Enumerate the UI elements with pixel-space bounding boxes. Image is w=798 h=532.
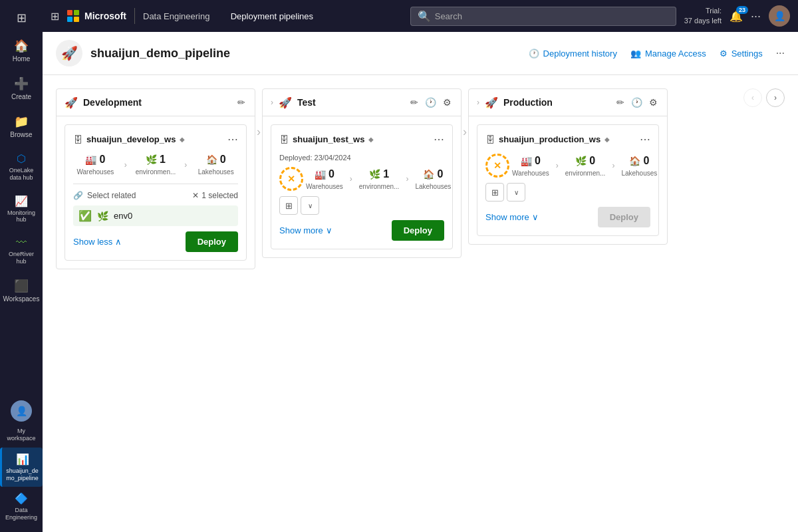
data-engineering-icon: 🔷 xyxy=(15,492,28,505)
header-more-icon[interactable]: ··· xyxy=(776,47,785,59)
nav-divider xyxy=(134,8,135,24)
test-warehouses-stat: 🏭 0 Warehouses xyxy=(306,168,343,190)
production-workspace-menu[interactable]: ⋯ xyxy=(640,133,650,146)
production-show-more-button[interactable]: Show more ∨ xyxy=(485,208,539,226)
development-stats-row: 🏭 0 Warehouses › 🌿 1 xyxy=(73,154,238,176)
production-workspace-card: 🗄 shuaijun_production_ws ◆ ⋯ ✕ xyxy=(477,124,659,236)
stat-separator: › xyxy=(555,161,560,170)
more-options-icon[interactable]: ··· xyxy=(751,9,761,23)
notifications-button[interactable]: 🔔 23 xyxy=(730,10,743,23)
sidebar-item-oneriver[interactable]: 〰 OneRiverhub xyxy=(0,231,43,271)
pipeline-icon: 📊 xyxy=(16,453,29,466)
production-stats-with-status: ✕ 🏭 0 Warehouses › xyxy=(485,154,650,178)
select-related-icon: 🔗 xyxy=(73,191,83,200)
stage-production: › 🚀 Production ✏ 🕐 ⚙ 🗄 shuaiju xyxy=(468,88,668,245)
sidebar-item-browse[interactable]: 📁 Browse xyxy=(0,109,43,144)
show-less-button[interactable]: Show less ∧ xyxy=(73,233,122,251)
workspaces-icon: ⬛ xyxy=(14,279,29,293)
header-actions: 🕐 Deployment history 👥 Manage Access ⚙ S… xyxy=(529,47,785,59)
test-expand-button[interactable]: ∨ xyxy=(301,196,319,215)
production-deploy-button[interactable]: Deploy xyxy=(598,207,650,227)
notification-badge: 23 xyxy=(736,6,748,14)
production-stage-name: Production xyxy=(503,97,610,108)
production-compare-button[interactable]: ⊞ xyxy=(485,183,504,201)
sidebar-item-pipeline[interactable]: 📊 shuaijun_demo_pipeline xyxy=(0,448,43,487)
select-related-text: Select related xyxy=(87,191,136,200)
test-settings-button[interactable]: ⚙ xyxy=(442,96,453,109)
production-expand-button[interactable]: ∨ xyxy=(507,183,525,201)
deployment-history-link[interactable]: 🕐 Deployment history xyxy=(529,49,617,59)
manage-access-link[interactable]: 👥 Manage Access xyxy=(630,49,706,59)
test-history-button[interactable]: 🕐 xyxy=(424,96,438,109)
sidebar-item-monitoring[interactable]: 📈 Monitoringhub xyxy=(0,190,43,229)
production-environments-count: 0 xyxy=(589,155,595,167)
test-lakehouses-stat: 🏠 0 Lakehouses xyxy=(415,168,451,190)
development-workspace-menu[interactable]: ⋯ xyxy=(227,133,238,146)
production-lakehouses-count: 0 xyxy=(643,155,649,167)
test-expand-left[interactable]: › xyxy=(271,98,273,107)
app-grid-icon[interactable]: ⊞ xyxy=(51,10,59,23)
microsoft-logo xyxy=(67,10,79,22)
test-deploy-button[interactable]: Deploy xyxy=(392,220,444,241)
user-avatar[interactable]: 👤 xyxy=(769,5,790,27)
manage-access-icon: 👥 xyxy=(630,49,641,59)
development-warehouses-stat: 🏭 0 Warehouses xyxy=(73,154,118,176)
search-input[interactable] xyxy=(435,11,669,21)
development-environments-stat: 🌿 1 environmen... xyxy=(134,154,178,176)
next-stage-button[interactable]: › xyxy=(766,88,785,107)
test-deploy-status: ✕ xyxy=(279,167,303,191)
development-header-actions: ✏ xyxy=(236,96,247,109)
sidebar-item-label: shuaijun_demo_pipeline xyxy=(6,467,39,482)
my-workspace-avatar: 👤 xyxy=(11,400,32,422)
warehouses-icon: 🏭 xyxy=(315,169,326,180)
environments-label: environmen... xyxy=(359,183,400,190)
environments-label: environmen... xyxy=(136,168,176,176)
page-header: 🚀 shuaijun_demo_pipeline 🕐 Deployment hi… xyxy=(43,32,798,75)
sidebar-item-myworkspace[interactable]: 👤 Myworkspace xyxy=(0,391,43,448)
sidebar-item-label: Home xyxy=(13,55,31,63)
development-edit-button[interactable]: ✏ xyxy=(236,96,247,109)
test-compare-button[interactable]: ⊞ xyxy=(279,196,298,215)
brand-logo: Microsoft xyxy=(67,10,126,22)
environments-icon: 🌿 xyxy=(369,169,380,180)
production-card-footer: Show more ∨ Deploy xyxy=(485,207,650,227)
production-stats-row: 🏭 0 Warehouses › 🌿 0 xyxy=(512,155,657,177)
workspace-icon: 🗄 xyxy=(279,134,289,145)
sidebar-item-onelake[interactable]: ⬡ OneLakedata hub xyxy=(0,147,43,187)
sidebar-item-create[interactable]: ➕ Create xyxy=(0,71,43,106)
development-workspace-header: 🗄 shuaijun_develop_ws ◆ ⋯ xyxy=(73,133,238,146)
env-item-env0[interactable]: ✅ 🌿 env0 xyxy=(73,205,238,226)
workspace-diamond-icon: ◆ xyxy=(368,136,374,143)
production-settings-button[interactable]: ⚙ xyxy=(648,96,659,109)
deploy-label: Deploy xyxy=(198,237,226,247)
test-card-footer: Show more ∨ Deploy xyxy=(279,220,444,241)
sidebar-item-workspaces[interactable]: ⬛ Workspaces xyxy=(0,273,43,309)
sidebar-grid-icon[interactable]: ⊞ xyxy=(0,5,43,31)
production-history-button[interactable]: 🕐 xyxy=(630,96,644,109)
production-expand-left[interactable]: › xyxy=(477,98,479,107)
search-icon: 🔍 xyxy=(418,10,431,23)
production-header-actions: ✏ 🕐 ⚙ xyxy=(615,96,659,109)
select-related-header: 🔗 Select related ✕ 1 selected xyxy=(73,191,238,200)
settings-link[interactable]: ⚙ Settings xyxy=(720,49,763,59)
test-workspace-name: shuaijun_test_ws xyxy=(293,134,364,144)
test-workspace-menu[interactable]: ⋯ xyxy=(434,133,444,146)
manage-access-label: Manage Access xyxy=(645,49,706,59)
pipeline-page-icon: 🚀 xyxy=(56,40,82,66)
clear-selection-icon[interactable]: ✕ xyxy=(192,191,199,200)
history-icon: 🕐 xyxy=(529,49,539,59)
sidebar-item-home[interactable]: 🏠 Home xyxy=(0,33,43,68)
production-edit-button[interactable]: ✏ xyxy=(615,96,626,109)
sidebar-item-data-engineering[interactable]: 🔷 Data Engineering xyxy=(0,487,43,527)
production-action-buttons: ⊞ ∨ xyxy=(485,183,650,201)
search-bar[interactable]: 🔍 xyxy=(410,7,676,26)
prev-stage-button[interactable]: ‹ xyxy=(743,88,762,107)
test-show-more-button[interactable]: Show more ∨ xyxy=(279,221,332,239)
test-edit-button[interactable]: ✏ xyxy=(409,96,420,109)
development-deploy-button[interactable]: Deploy xyxy=(186,231,238,252)
env-type-icon: 🌿 xyxy=(97,211,108,221)
deploy-label: Deploy xyxy=(610,212,638,222)
stage-nav-arrows: ‹ › xyxy=(743,88,785,107)
test-environments-count: 1 xyxy=(383,168,389,180)
select-related-label: 🔗 Select related xyxy=(73,191,136,200)
